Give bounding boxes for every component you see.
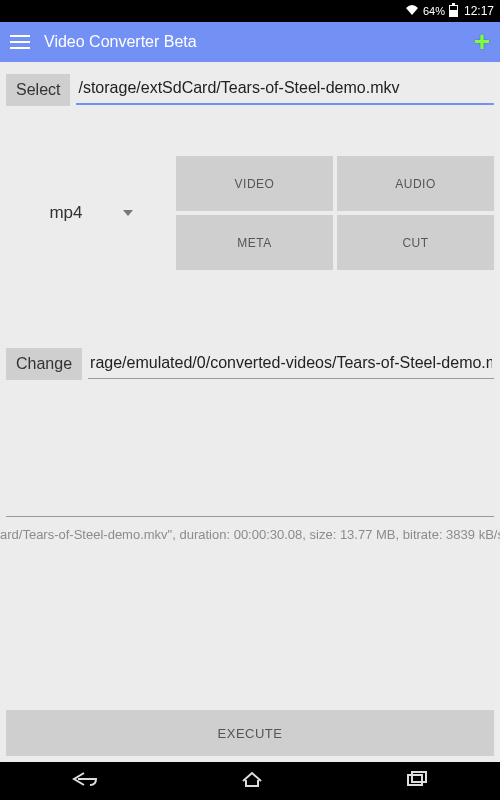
battery-icon — [449, 3, 458, 20]
svg-rect-4 — [412, 772, 426, 782]
dest-path-input[interactable] — [88, 350, 494, 379]
app-title: Video Converter Beta — [44, 33, 474, 51]
option-grid: VIDEO AUDIO META CUT — [176, 156, 494, 270]
cut-button[interactable]: CUT — [337, 215, 494, 270]
android-nav-bar — [0, 762, 500, 800]
select-button[interactable]: Select — [6, 74, 70, 106]
format-value: mp4 — [49, 203, 82, 223]
audio-button[interactable]: AUDIO — [337, 156, 494, 211]
media-info-text: ard/Tears-of-Steel-demo.mkv", duration: … — [0, 517, 500, 542]
menu-icon[interactable] — [10, 35, 30, 49]
video-button[interactable]: VIDEO — [176, 156, 333, 211]
svg-rect-1 — [452, 3, 455, 5]
output-row: Change — [0, 336, 500, 380]
app-bar: Video Converter Beta + — [0, 22, 500, 62]
add-icon[interactable]: + — [474, 28, 490, 56]
wifi-icon — [405, 4, 419, 19]
chevron-down-icon — [123, 210, 133, 216]
home-icon[interactable] — [241, 771, 263, 791]
execute-button[interactable]: EXECUTE — [6, 710, 494, 756]
options-row: mp4 VIDEO AUDIO META CUT — [0, 156, 500, 270]
meta-button[interactable]: META — [176, 215, 333, 270]
source-row: Select — [0, 62, 500, 106]
svg-rect-3 — [408, 775, 422, 785]
android-status-bar: 64% 12:17 — [0, 0, 500, 22]
back-icon[interactable] — [72, 771, 98, 791]
recents-icon[interactable] — [406, 771, 428, 791]
clock: 12:17 — [464, 4, 494, 18]
svg-rect-2 — [450, 6, 457, 10]
format-select[interactable]: mp4 — [6, 203, 176, 223]
change-button[interactable]: Change — [6, 348, 82, 380]
battery-percent: 64% — [423, 5, 445, 17]
source-path-input[interactable] — [76, 75, 494, 105]
